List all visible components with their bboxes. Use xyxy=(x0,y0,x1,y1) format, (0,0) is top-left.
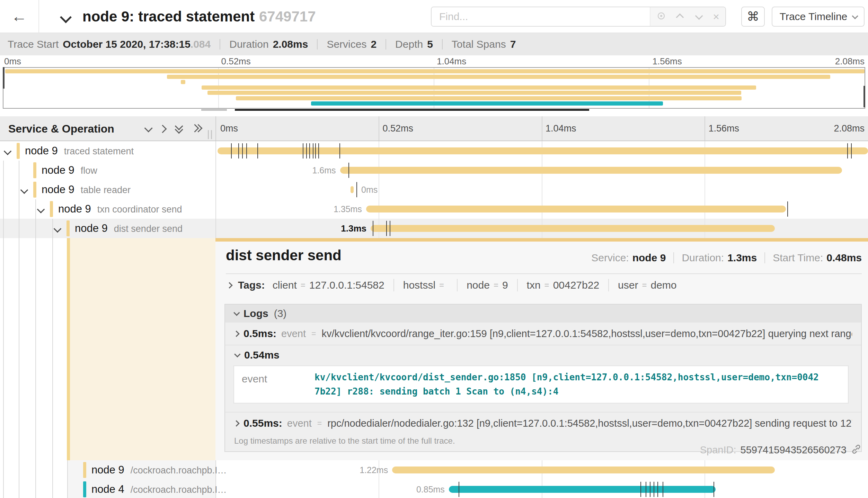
overview-label: Duration: xyxy=(682,252,724,264)
scrub-handle-segment[interactable] xyxy=(201,109,227,111)
column-resize-handle[interactable] xyxy=(208,130,212,139)
span-duration-bar[interactable] xyxy=(392,467,775,473)
log-field-value: kv/kvclient/kvcoord/dist_sender.go:1850 … xyxy=(315,370,823,399)
indent-guide xyxy=(19,238,19,460)
next-match-icon[interactable] xyxy=(695,12,703,20)
minimap-tick-label: 1.56ms xyxy=(653,56,682,67)
span-service-name: node 9 xyxy=(25,145,58,157)
span-service-name: node 9 xyxy=(42,183,74,196)
prev-match-icon[interactable] xyxy=(676,13,684,21)
span-row[interactable]: node 9dist sender send1.3ms xyxy=(0,219,868,238)
tag-key: node xyxy=(467,279,490,291)
indent-guide xyxy=(67,460,68,480)
minimap-span-bar xyxy=(167,75,830,79)
minimap-left-scrubber[interactable] xyxy=(3,67,5,89)
log-entry[interactable]: 0.55ms:event=rpc/nodedialer/nodedialer.g… xyxy=(225,412,861,434)
span-timeline-cell[interactable] xyxy=(215,141,868,161)
keyboard-shortcuts-button[interactable]: ⌘ xyxy=(741,7,765,27)
span-name-cell[interactable]: node 9flow xyxy=(0,161,215,180)
log-event-tick xyxy=(309,143,310,159)
span-timeline-cell[interactable]: 0.85ms xyxy=(215,480,868,498)
logs-header[interactable]: Logs (3) xyxy=(225,305,861,323)
tags-row[interactable]: Tags: client=127.0.0.1:54582hostssl=node… xyxy=(227,278,677,293)
span-duration-bar[interactable] xyxy=(366,206,786,212)
minimap-span-bar xyxy=(207,91,741,95)
tag-key: hostssl xyxy=(403,279,435,291)
span-row[interactable]: node 4/cockroach.roachpb.I…0.85ms xyxy=(0,480,868,498)
find-box: × xyxy=(431,7,726,27)
minimap-scrub-strip[interactable] xyxy=(3,109,865,111)
span-name-cell[interactable]: node 9/cockroach.roachpb.I… xyxy=(0,460,215,480)
span-detail-title: dist sender send xyxy=(226,247,342,264)
ruler-tick-label: 0ms xyxy=(220,123,238,134)
span-name-cell[interactable]: node 9txn coordinator send xyxy=(0,199,215,219)
span-color-swatch xyxy=(17,143,20,159)
tag-key: txn xyxy=(527,279,541,291)
timeline-section-header: Service & Operation 0ms0.52ms1.04ms1.56m… xyxy=(0,116,868,141)
span-name-cell[interactable]: node 4/cockroach.roachpb.I… xyxy=(0,480,215,498)
span-timeline-cell[interactable]: 1.22ms xyxy=(215,460,868,480)
span-row[interactable]: node 9flow1.6ms xyxy=(0,161,868,180)
span-color-swatch xyxy=(83,462,86,478)
span-timeline-cell[interactable]: 0ms xyxy=(215,180,868,199)
expand-chevron-icon[interactable] xyxy=(37,206,45,214)
chevron-down-icon[interactable] xyxy=(144,124,153,132)
tag-key: client xyxy=(273,279,297,291)
span-row[interactable]: node 9table reader0ms xyxy=(0,180,868,199)
overview-label: Service: xyxy=(591,252,629,264)
log-timestamp: 0.55ms: xyxy=(243,417,282,429)
view-selector-button[interactable]: Trace Timeline xyxy=(772,7,865,27)
minimap-right-scrubber[interactable] xyxy=(863,86,865,107)
span-name-cell[interactable]: node 9traced statement xyxy=(0,141,215,161)
tag-value: 127.0.0.1:54582 xyxy=(309,279,384,291)
span-color-swatch xyxy=(83,481,86,497)
double-chevron-down-icon[interactable] xyxy=(175,124,183,134)
indent-guide xyxy=(3,199,4,219)
span-duration-bar[interactable] xyxy=(340,167,842,174)
double-chevron-right-icon[interactable] xyxy=(192,124,200,134)
span-name-cell[interactable]: node 9dist sender send xyxy=(0,219,215,238)
span-row[interactable]: node 9traced statement xyxy=(0,141,868,161)
span-operation-name: /cockroach.roachpb.I… xyxy=(131,485,227,495)
span-row[interactable]: node 9txn coordinator send1.35ms xyxy=(0,199,868,219)
chevron-right-icon[interactable] xyxy=(158,125,167,133)
span-duration-bar[interactable] xyxy=(449,486,716,493)
span-name-cell[interactable]: node 9table reader xyxy=(0,180,215,199)
back-button[interactable]: ← xyxy=(0,0,39,33)
span-service-name: node 4 xyxy=(91,483,124,496)
span-labels: node 4/cockroach.roachpb.I… xyxy=(91,483,227,496)
equals-sign: = xyxy=(311,329,316,338)
span-duration-label: 1.35ms xyxy=(334,204,362,214)
link-icon[interactable] xyxy=(851,444,862,456)
target-icon[interactable] xyxy=(656,11,666,22)
span-duration-bar[interactable] xyxy=(351,186,354,193)
span-duration-bar[interactable] xyxy=(371,225,775,232)
expand-chevron-icon[interactable] xyxy=(54,225,62,233)
span-timeline-cell[interactable]: 1.3ms xyxy=(215,219,868,238)
scrub-range-segment[interactable] xyxy=(235,109,589,111)
span-row[interactable]: node 9/cockroach.roachpb.I…1.22ms xyxy=(0,460,868,480)
span-timeline-cell[interactable]: 1.6ms xyxy=(215,161,868,180)
indent-guide xyxy=(19,161,19,180)
clear-find-icon[interactable]: × xyxy=(713,11,719,22)
overview-separator xyxy=(673,252,674,263)
equals-sign: = xyxy=(642,280,647,290)
expand-chevron-icon[interactable] xyxy=(20,186,28,194)
log-event-tick xyxy=(231,143,232,159)
log-entry[interactable]: 0.5ms:event=kv/kvclient/kvcoord/range_it… xyxy=(225,323,861,345)
minimap-canvas[interactable] xyxy=(3,67,865,109)
collapse-controls xyxy=(145,124,200,134)
chevron-down-icon xyxy=(234,351,240,357)
log-event-tick xyxy=(303,143,303,159)
log-event-tick xyxy=(714,482,714,497)
collapse-trace-chevron-icon[interactable] xyxy=(60,11,72,23)
span-labels: node 9flow xyxy=(42,164,97,176)
log-event-tick xyxy=(339,143,340,159)
find-input[interactable] xyxy=(432,7,650,26)
log-event-tick xyxy=(787,201,788,217)
expand-chevron-icon[interactable] xyxy=(4,147,12,155)
log-entry-header[interactable]: 0.54ms xyxy=(225,345,861,365)
span-timeline-cell[interactable]: 1.35ms xyxy=(215,199,868,219)
span-labels: node 9/cockroach.roachpb.I… xyxy=(91,464,227,476)
equals-sign: = xyxy=(544,280,549,290)
